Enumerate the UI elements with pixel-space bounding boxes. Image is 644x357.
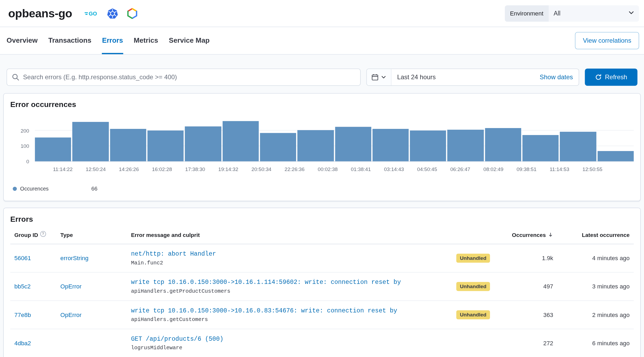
- error-group-id-link[interactable]: 4dba2: [14, 340, 57, 347]
- chart-bar[interactable]: [260, 133, 296, 161]
- chart-bar[interactable]: [447, 130, 484, 161]
- chart-bar[interactable]: [222, 121, 259, 161]
- chart-x-axis: 11:14:2212:50:2414:26:2616:02:2817:38:30…: [53, 167, 602, 173]
- error-group-id-link[interactable]: 77e8b: [14, 312, 57, 318]
- chart-bar[interactable]: [35, 137, 71, 161]
- error-message-link[interactable]: write tcp 10.16.0.150:3000->10.16.0.83:5…: [131, 307, 439, 314]
- chart-bar[interactable]: [297, 130, 334, 161]
- error-row: 77e8b OpError write tcp 10.16.0.150:3000…: [10, 301, 634, 329]
- service-header: opbeans-go GO: [0, 0, 644, 27]
- x-axis-label: 12:50:24: [86, 167, 106, 173]
- error-culprit: apiHandlers.getCustomers: [131, 316, 439, 322]
- chart-bars: [35, 121, 634, 161]
- service-tabs: Overview Transactions Errors Metrics Ser…: [7, 27, 210, 54]
- chart-bar[interactable]: [485, 128, 521, 161]
- sort-desc-icon: [548, 232, 553, 238]
- column-error-message: Error message and culprit: [131, 232, 439, 238]
- chart-bar[interactable]: [72, 122, 109, 161]
- chart-bar[interactable]: [560, 132, 596, 161]
- x-axis-label: 19:14:32: [218, 167, 238, 173]
- refresh-icon: [595, 74, 602, 81]
- tab-overview[interactable]: Overview: [7, 27, 38, 54]
- occurrences-count: 497: [507, 283, 553, 290]
- x-axis-label: 06:26:47: [450, 167, 470, 173]
- unhandled-badge: Unhandled: [456, 310, 490, 320]
- chart-bar[interactable]: [598, 151, 634, 161]
- show-dates-link[interactable]: Show dates: [534, 73, 579, 81]
- chart-bar[interactable]: [335, 127, 371, 161]
- error-type-link[interactable]: errorString: [60, 255, 128, 261]
- error-group-id-link[interactable]: bb5c2: [14, 283, 57, 290]
- chart-bar[interactable]: [372, 129, 409, 161]
- tab-transactions[interactable]: Transactions: [48, 27, 91, 54]
- chart-bar[interactable]: [147, 131, 184, 161]
- apm-service-errors-page: opbeans-go GO: [0, 0, 644, 357]
- controls-row: Last 24 hours Show dates Refresh: [7, 69, 638, 86]
- error-row: 4dba2 GET /api/products/6 (500) logrusMi…: [10, 329, 634, 357]
- error-message-link[interactable]: net/http: abort Handler: [131, 251, 439, 257]
- chart-bar[interactable]: [523, 135, 559, 161]
- x-axis-label: 03:14:43: [384, 167, 404, 173]
- occurrences-count: 1.9k: [507, 255, 553, 261]
- help-icon[interactable]: [40, 231, 46, 237]
- error-message-cell: write tcp 10.16.0.150:3000->10.16.1.114:…: [131, 279, 439, 294]
- calendar-dropdown-button[interactable]: [367, 69, 391, 85]
- chart-bar[interactable]: [410, 130, 446, 161]
- view-correlations-button[interactable]: View correlations: [575, 32, 639, 49]
- error-culprit: Main.func2: [131, 260, 439, 266]
- error-message-link[interactable]: write tcp 10.16.0.150:3000->10.16.1.114:…: [131, 279, 439, 286]
- error-group-id-link[interactable]: 56061: [14, 255, 57, 261]
- chart-bar[interactable]: [185, 126, 221, 161]
- y-axis-label: 0: [26, 159, 29, 165]
- latest-occurrence: 4 minutes ago: [556, 255, 630, 261]
- legend-dot-icon: [13, 187, 17, 191]
- x-axis-label: 00:02:38: [318, 167, 338, 173]
- chevron-down-icon: [629, 10, 634, 17]
- environment-value-select[interactable]: All: [549, 5, 639, 22]
- error-message-link[interactable]: GET /api/products/6 (500): [131, 336, 439, 343]
- column-type: Type: [60, 232, 128, 238]
- unhandled-badge: Unhandled: [456, 253, 490, 263]
- refresh-button-label: Refresh: [605, 73, 627, 81]
- time-range-label[interactable]: Last 24 hours: [391, 73, 534, 81]
- svg-text:GO: GO: [89, 11, 97, 17]
- error-type-link[interactable]: OpError: [60, 283, 128, 290]
- column-latest-occurrence: Latest occurrence: [556, 232, 630, 238]
- kubernetes-icon: [107, 7, 118, 19]
- unhandled-badge: Unhandled: [456, 282, 490, 291]
- error-row: 56061 errorString net/http: abort Handle…: [10, 244, 634, 272]
- error-row: bb5c2 OpError write tcp 10.16.0.150:3000…: [10, 272, 634, 301]
- column-group-id: Group ID: [14, 232, 57, 238]
- x-axis-label: 11:14:22: [53, 167, 72, 173]
- legend-label: Occurences: [20, 185, 49, 192]
- chart-bar[interactable]: [110, 129, 146, 161]
- search-errors-input[interactable]: [23, 73, 355, 81]
- gcp-icon: [126, 7, 138, 19]
- latest-occurrence: 2 minutes ago: [556, 312, 630, 318]
- badge-cell: Unhandled: [442, 310, 504, 320]
- x-axis-label: 11:14:53: [550, 167, 569, 173]
- agent-icons: GO: [84, 7, 138, 19]
- tab-metrics[interactable]: Metrics: [134, 27, 158, 54]
- column-occurrences[interactable]: Occurrences: [507, 232, 553, 238]
- column-group-id-label: Group ID: [14, 232, 38, 238]
- environment-select[interactable]: Environment All: [505, 5, 639, 22]
- chart-legend-item[interactable]: Occurences 66: [13, 185, 634, 192]
- tab-service-map[interactable]: Service Map: [169, 27, 210, 54]
- refresh-button[interactable]: Refresh: [585, 69, 637, 86]
- tab-errors[interactable]: Errors: [102, 27, 123, 54]
- chart-y-axis: 0100200: [10, 121, 35, 162]
- legend-value: 66: [91, 185, 97, 192]
- search-icon: [12, 73, 19, 81]
- search-errors-box[interactable]: [7, 69, 361, 86]
- chevron-down-icon: [381, 75, 386, 80]
- occurrences-count: 272: [507, 340, 553, 347]
- service-name: opbeans-go: [8, 7, 72, 20]
- error-type-link[interactable]: OpError: [60, 312, 128, 318]
- latest-occurrence: 6 minutes ago: [556, 340, 630, 347]
- x-axis-label: 08:02:49: [484, 167, 504, 173]
- service-tabs-bar: Overview Transactions Errors Metrics Ser…: [0, 27, 644, 55]
- x-axis-label: 04:50:45: [417, 167, 437, 173]
- y-axis-label: 200: [21, 128, 29, 134]
- errors-table-header: Group ID Type Error message and culprit …: [10, 226, 634, 244]
